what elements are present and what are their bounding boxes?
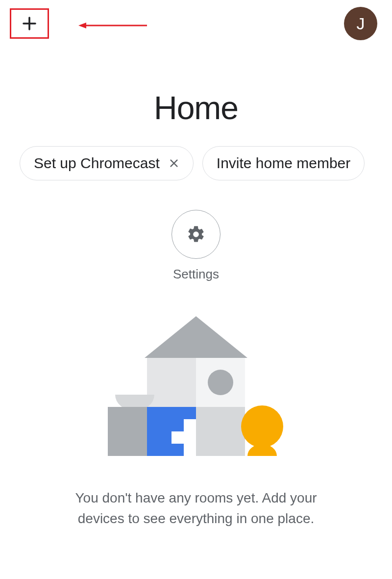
- empty-state-text: You don't have any rooms yet. Add your d…: [0, 488, 392, 529]
- gear-icon: [186, 225, 206, 244]
- page-title: Home: [0, 89, 392, 126]
- add-button[interactable]: [10, 8, 49, 39]
- suggestion-chips: Set up Chromecast Invite home member: [0, 146, 392, 180]
- empty-state-illustration: [98, 316, 294, 463]
- svg-rect-6: [108, 407, 147, 456]
- chip-invite-member[interactable]: Invite home member: [202, 146, 365, 180]
- close-icon[interactable]: [169, 158, 179, 169]
- empty-line: You don't have any rooms yet. Add your: [29, 488, 363, 508]
- empty-line: devices to see everything in one place.: [29, 508, 363, 529]
- annotation-arrow: [78, 21, 147, 32]
- chip-label: Set up Chromecast: [34, 155, 160, 172]
- svg-rect-3: [147, 358, 196, 407]
- svg-rect-11: [147, 444, 159, 456]
- svg-rect-10: [147, 431, 172, 444]
- svg-rect-12: [196, 407, 245, 456]
- plus-icon: [21, 15, 38, 32]
- svg-point-5: [208, 370, 233, 395]
- avatar[interactable]: J: [344, 7, 377, 40]
- settings-button[interactable]: [172, 210, 220, 259]
- chip-setup-chromecast[interactable]: Set up Chromecast: [20, 146, 194, 180]
- chip-label: Invite home member: [217, 155, 350, 172]
- svg-marker-1: [78, 23, 86, 28]
- svg-rect-8: [147, 407, 196, 419]
- svg-point-13: [241, 405, 283, 448]
- svg-rect-9: [147, 419, 184, 431]
- settings-label: Settings: [0, 267, 392, 282]
- avatar-initial: J: [357, 14, 365, 33]
- svg-marker-2: [145, 316, 247, 358]
